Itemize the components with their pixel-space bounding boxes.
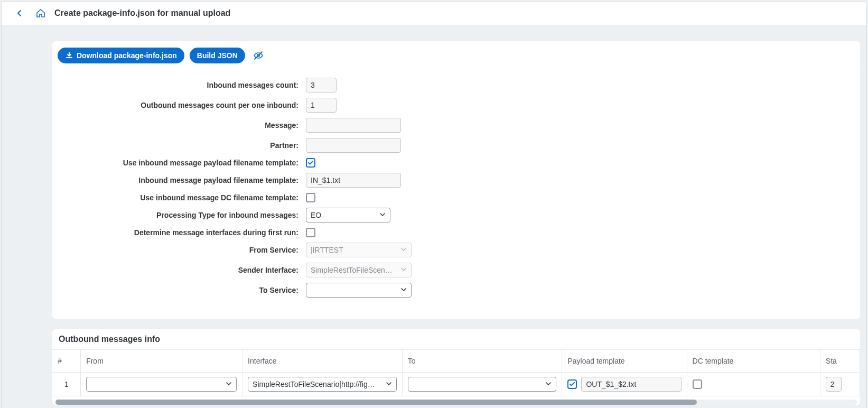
label-sender-interface: Sender Interface: <box>63 266 306 274</box>
toolbar: Download package-info.json Build JSON <box>52 41 860 70</box>
input-row-payload-template[interactable] <box>581 377 681 392</box>
scrollbar-thumb[interactable] <box>55 400 697 405</box>
input-partner[interactable] <box>306 138 401 153</box>
row-sender-interface: Sender Interface: SimpleRestToFileScenar… <box>63 263 850 277</box>
chevron-down-icon <box>400 286 407 294</box>
home-button[interactable] <box>33 6 48 21</box>
row-proc-type: Processing Type for inbound messages: EO <box>63 208 850 222</box>
outbound-table-header-row: # From Interface To Payload template DC … <box>52 350 860 372</box>
row-message: Message: <box>63 118 850 133</box>
label-inbound-count: Inbound messages count: <box>63 81 306 89</box>
label-use-dc-tpl: Use inbound message DC filename template… <box>63 193 306 202</box>
select-row-from[interactable] <box>86 377 237 392</box>
checkbox-use-dc-tpl[interactable] <box>306 193 315 202</box>
chevron-down-icon <box>400 266 407 274</box>
label-outbound-per-inbound: Outbound messages count per one inbound: <box>63 101 306 109</box>
col-header-dc: DC template <box>687 350 820 372</box>
table-row: 1 Simple <box>52 372 860 396</box>
chevron-down-icon <box>379 211 386 219</box>
row-payload-tpl: Inbound message payload filename templat… <box>63 173 850 188</box>
label-payload-tpl: Inbound message payload filename templat… <box>63 176 306 184</box>
chevron-down-icon <box>226 380 232 388</box>
select-row-interface[interactable]: SimpleRestToFileScenario|http://fig… <box>248 377 397 392</box>
row-inbound-count: Inbound messages count: <box>63 78 850 92</box>
input-inbound-count[interactable] <box>306 78 337 92</box>
input-message[interactable] <box>306 118 401 133</box>
input-payload-tpl[interactable] <box>306 173 401 188</box>
eye-off-icon <box>253 50 264 61</box>
header-bar: Create package-info.json for manual uplo… <box>2 2 866 25</box>
label-use-payload-tpl: Use inbound message payload filename tem… <box>63 159 306 167</box>
row-determine-first-run: Determine message interfaces during firs… <box>63 228 850 237</box>
row-to-service: To Service: <box>63 283 850 298</box>
col-header-status: Sta <box>820 350 860 372</box>
row-use-dc-tpl: Use inbound message DC filename template… <box>63 193 850 202</box>
input-row-status[interactable] <box>826 377 842 392</box>
col-header-num: # <box>52 350 81 372</box>
download-button[interactable]: Download package-info.json <box>58 48 184 63</box>
input-outbound-per-inbound[interactable] <box>306 98 337 113</box>
select-sender-interface-value: SimpleRestToFileScenar… <box>311 266 396 274</box>
col-header-from: From <box>81 350 242 372</box>
chevron-left-icon <box>15 9 24 17</box>
select-row-to[interactable] <box>408 377 557 392</box>
label-partner: Partner: <box>63 141 306 150</box>
col-header-payload: Payload template <box>562 350 687 372</box>
row-from-service: From Service: |IRTTEST <box>63 243 850 257</box>
outbound-table: # From Interface To Payload template DC … <box>52 350 860 396</box>
form-area: Inbound messages count: Outbound message… <box>52 70 860 319</box>
form-panel: Download package-info.json Build JSON In… <box>52 41 860 319</box>
visibility-toggle-button[interactable] <box>250 48 266 63</box>
select-sender-interface: SimpleRestToFileScenar… <box>306 263 412 277</box>
horizontal-scrollbar[interactable] <box>55 400 857 405</box>
checkbox-determine-first-run[interactable] <box>306 228 315 237</box>
label-proc-type: Processing Type for inbound messages: <box>63 211 306 219</box>
select-from-service-value: |IRTTEST <box>311 246 343 254</box>
outbound-panel: Outbound messages info # From Interface … <box>52 329 860 405</box>
chevron-down-icon <box>386 380 392 388</box>
select-proc-type[interactable]: EO <box>306 208 390 222</box>
row-partner: Partner: <box>63 138 850 153</box>
home-icon <box>36 8 45 18</box>
download-button-label: Download package-info.json <box>77 51 177 60</box>
checkbox-row-dc[interactable] <box>693 379 702 389</box>
chevron-down-icon <box>545 380 552 388</box>
page-title: Create package-info.json for manual uplo… <box>54 8 230 18</box>
col-header-to: To <box>402 350 562 372</box>
label-message: Message: <box>63 121 306 129</box>
checkbox-use-payload-tpl[interactable] <box>306 158 315 168</box>
row-outbound-per-inbound: Outbound messages count per one inbound: <box>63 98 850 113</box>
outbound-section-title: Outbound messages info <box>52 329 860 349</box>
label-determine-first-run: Determine message interfaces during firs… <box>63 228 306 237</box>
build-json-button-label: Build JSON <box>197 51 238 60</box>
back-button[interactable] <box>12 6 27 21</box>
select-from-service: |IRTTEST <box>306 243 412 257</box>
outbound-table-wrap: # From Interface To Payload template DC … <box>52 349 860 396</box>
label-from-service: From Service: <box>63 246 306 254</box>
build-json-button[interactable]: Build JSON <box>190 48 245 63</box>
chevron-down-icon <box>400 246 407 254</box>
check-icon <box>307 160 314 166</box>
select-to-service[interactable] <box>306 283 412 298</box>
select-proc-type-value: EO <box>311 211 321 219</box>
row-use-payload-tpl: Use inbound message payload filename tem… <box>63 158 850 168</box>
checkbox-row-payload[interactable] <box>567 379 577 389</box>
label-to-service: To Service: <box>63 286 306 294</box>
download-icon <box>65 51 73 60</box>
app-frame: Create package-info.json for manual uplo… <box>1 1 867 408</box>
select-row-interface-value: SimpleRestToFileScenario|http://fig… <box>253 380 375 388</box>
check-icon <box>569 381 575 387</box>
col-header-interface: Interface <box>242 350 403 372</box>
cell-num: 1 <box>52 372 81 396</box>
content-wrap: Download package-info.json Build JSON In… <box>2 25 866 408</box>
